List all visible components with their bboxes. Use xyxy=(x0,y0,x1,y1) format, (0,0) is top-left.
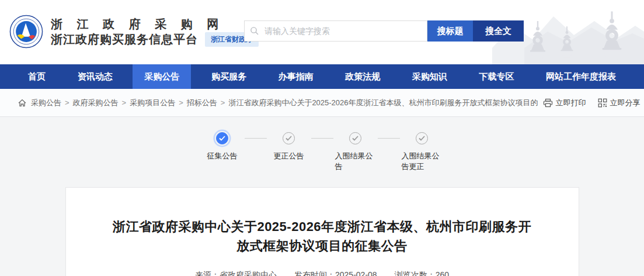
search-title-button[interactable]: 搜标题 xyxy=(427,20,473,42)
nav-item-5[interactable]: 政策法规 xyxy=(333,64,392,89)
nav-item-8[interactable]: 网站工作年度报表 xyxy=(534,64,628,89)
breadcrumb-link[interactable]: 采购公告 xyxy=(31,98,61,107)
step-item[interactable]: 入围结果公告更正 xyxy=(400,132,444,172)
breadcrumb-current: 浙江省政府采购中心关于2025-2026年度浙江省本级、杭州市印刷服务开放式框架… xyxy=(228,98,538,108)
step-check-icon xyxy=(216,132,228,144)
nav-item-2[interactable]: 采购公告 xyxy=(133,64,191,89)
qrcode-share-icon xyxy=(598,98,607,108)
nav-item-label: 采购知识 xyxy=(412,71,447,82)
nav-item-1[interactable]: 资讯动态 xyxy=(66,64,124,89)
breadcrumb-link[interactable]: 招标公告 xyxy=(187,98,217,107)
step-label: 入围结果公告 xyxy=(335,151,376,172)
step-connector xyxy=(311,138,333,139)
step-item[interactable]: 更正公告 xyxy=(267,132,311,161)
main-nav: 首页资讯动态采购公告购买服务办事指南政策法规采购知识下载专区网站工作年度报表 xyxy=(0,64,644,89)
nav-item-4[interactable]: 办事指南 xyxy=(267,64,325,89)
search-input[interactable] xyxy=(244,20,427,42)
share-label: 立即分享 xyxy=(610,98,640,108)
step-check-icon xyxy=(416,132,428,144)
breadcrumb-link[interactable]: 采购项目公告 xyxy=(130,98,175,107)
nav-item-3[interactable]: 购买服务 xyxy=(200,64,258,89)
home-icon[interactable] xyxy=(18,98,27,108)
breadcrumb-separator: > xyxy=(65,98,69,107)
announcement-meta: 来源：省政府采购中心 发布时间：2025-02-08 浏览次数：260 xyxy=(66,270,579,276)
nav-item-label: 网站工作年度报表 xyxy=(546,71,616,82)
breadcrumb: 采购公告>政府采购公告>采购项目公告>招标公告> 浙江省政府采购中心关于2025… xyxy=(0,89,644,117)
nav-item-label: 购买服务 xyxy=(211,71,246,82)
step-check-icon xyxy=(349,132,361,144)
nav-item-6[interactable]: 采购知识 xyxy=(401,64,459,89)
nav-item-label: 政策法规 xyxy=(345,71,380,82)
nav-item-label: 采购公告 xyxy=(144,71,179,82)
printer-icon xyxy=(543,98,553,108)
nav-item-label: 办事指南 xyxy=(279,71,314,82)
breadcrumb-link[interactable]: 政府采购公告 xyxy=(73,98,119,107)
announcement-title: 浙江省政府采购中心关于2025-2026年度浙江省本级、杭州市印刷服务开放式框架… xyxy=(109,217,535,256)
step-item[interactable]: 入围结果公告 xyxy=(333,132,378,172)
step-label: 入围结果公告更正 xyxy=(402,151,443,172)
search-bar: 搜标题 搜全文 xyxy=(244,20,524,42)
print-button[interactable]: 立即打印 xyxy=(543,98,586,108)
search-icon xyxy=(250,26,259,36)
breadcrumb-separator: > xyxy=(221,98,225,107)
meta-views: 浏览次数：260 xyxy=(395,270,449,276)
breadcrumb-links: 采购公告>政府采购公告>采购项目公告>招标公告> xyxy=(31,98,228,108)
site-brand[interactable]: 浙 江 政 府 采 购 网 浙江政府购买服务信息平台 浙江省财政厅 xyxy=(9,15,259,49)
brand-text: 浙 江 政 府 采 购 网 浙江政府购买服务信息平台 浙江省财政厅 xyxy=(51,16,259,47)
search-fulltext-button[interactable]: 搜全文 xyxy=(473,20,524,42)
nav-item-label: 资讯动态 xyxy=(78,71,113,82)
step-connector xyxy=(245,138,267,139)
announcement-card: 浙江省政府采购中心关于2025-2026年度浙江省本级、杭州市印刷服务开放式框架… xyxy=(65,187,579,276)
nav-item-label: 首页 xyxy=(28,71,46,82)
site-title: 浙 江 政 府 采 购 网 xyxy=(51,16,259,32)
breadcrumb-separator: > xyxy=(179,98,183,107)
nav-item-0[interactable]: 首页 xyxy=(16,64,57,89)
share-button[interactable]: 立即分享 xyxy=(598,98,640,108)
nav-item-label: 下载专区 xyxy=(479,71,514,82)
nav-item-7[interactable]: 下载专区 xyxy=(467,64,525,89)
site-subtitle: 浙江政府购买服务信息平台 xyxy=(51,32,198,47)
site-logo-icon xyxy=(9,15,43,49)
step-label: 更正公告 xyxy=(274,151,304,161)
announcement-stepper: 征集公告 更正公告 入围结果公告 入围结果公告更正 xyxy=(0,117,644,172)
step-item[interactable]: 征集公告 xyxy=(200,132,245,161)
breadcrumb-separator: > xyxy=(122,98,127,107)
site-header: 浙 江 政 府 采 购 网 浙江政府购买服务信息平台 浙江省财政厅 搜标题 搜全… xyxy=(0,0,644,64)
meta-publish-time: 发布时间：2025-02-08 xyxy=(294,270,377,276)
step-check-icon xyxy=(283,132,295,144)
step-connector xyxy=(378,138,400,139)
step-label: 征集公告 xyxy=(207,151,238,161)
print-label: 立即打印 xyxy=(556,98,586,108)
meta-source: 来源：省政府采购中心 xyxy=(195,270,277,276)
